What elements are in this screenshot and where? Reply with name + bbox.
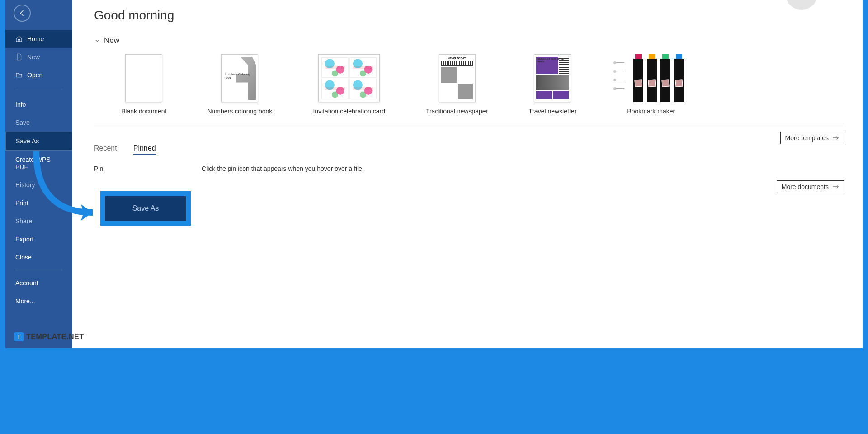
nav-info[interactable]: Info (5, 95, 72, 113)
template-label: Blank document (121, 108, 166, 115)
template-label: Numbers coloring book (207, 108, 272, 115)
template-thumb: NEWSLETTER TITLE HERE (534, 54, 571, 102)
tab-recent[interactable]: Recent (94, 144, 117, 155)
template-thumb (318, 54, 380, 102)
new-section-label: New (104, 36, 119, 45)
nav-home-label: Home (27, 35, 44, 42)
arrow-right-icon (832, 135, 840, 141)
arrow-left-icon (18, 9, 26, 17)
watermark-logo: T TEMPLATE.NET (14, 332, 84, 341)
template-row: Blank document Numbers Coloring Book Num… (121, 54, 844, 115)
template-label: Traditional newspaper (426, 108, 488, 115)
template-traditional-newspaper[interactable]: NEWS TODAY Traditional newspaper (426, 54, 488, 115)
separator (94, 123, 844, 123)
nav-open[interactable]: Open (5, 66, 72, 84)
nav-new-label: New (27, 53, 40, 61)
tab-pinned[interactable]: Pinned (133, 144, 156, 155)
divider (15, 270, 62, 270)
nav-history[interactable]: History (5, 176, 72, 194)
nav-more[interactable]: More... (5, 292, 72, 310)
divider (15, 90, 62, 90)
template-blank-document[interactable]: Blank document (121, 54, 166, 115)
callout-label: Save As (105, 196, 186, 221)
nav-save-as[interactable]: Save As (5, 132, 72, 151)
main-panel: Good morning New Blank document Numbers … (72, 0, 863, 348)
template-label: Travel newsletter (528, 108, 576, 115)
pinned-empty-message: Pin Click the pin icon that appears when… (94, 165, 844, 172)
template-travel-newsletter[interactable]: NEWSLETTER TITLE HERE Travel newsletter (528, 54, 576, 115)
template-thumb: Numbers Coloring Book (221, 54, 258, 102)
nav-share[interactable]: Share (5, 212, 72, 230)
nav-save[interactable]: Save (5, 113, 72, 132)
new-section-header[interactable]: New (94, 36, 844, 45)
nav-new[interactable]: New (5, 48, 72, 66)
template-bookmark-maker[interactable]: Bookmark maker (617, 54, 685, 115)
nav-close[interactable]: Close (5, 248, 72, 266)
sidebar: Home New Open Info Save Save As Create W… (5, 0, 72, 348)
template-label: Bookmark maker (627, 108, 675, 115)
nav-open-label: Open (27, 71, 42, 79)
nav-account[interactable]: Account (5, 274, 72, 292)
arrow-right-icon (832, 184, 840, 189)
watermark-text: TEMPLATE.NET (26, 333, 84, 341)
nav-home[interactable]: Home (5, 30, 72, 48)
more-documents-link[interactable]: More documents (777, 180, 844, 193)
template-numbers-coloring-book[interactable]: Numbers Coloring Book Numbers coloring b… (207, 54, 272, 115)
nav-print[interactable]: Print (5, 194, 72, 212)
nav-export[interactable]: Export (5, 230, 72, 248)
nav-create-wps-pdf[interactable]: Create WPS PDF (5, 151, 72, 176)
app-window: Home New Open Info Save Save As Create W… (5, 0, 863, 348)
template-thumb (125, 54, 162, 102)
page-title: Good morning (94, 8, 844, 23)
document-icon (15, 53, 23, 61)
template-invitation-card[interactable]: Invitation celebration card (313, 54, 385, 115)
chevron-down-icon (94, 38, 100, 44)
home-icon (15, 35, 23, 42)
document-tabs: Recent Pinned (94, 144, 844, 155)
folder-icon (15, 71, 23, 79)
more-templates-link[interactable]: More templates (780, 132, 844, 144)
template-thumb: NEWS TODAY (439, 54, 476, 102)
callout-save-as: Save As (100, 191, 191, 226)
template-thumb (617, 54, 685, 102)
logo-icon: T (14, 332, 24, 341)
template-label: Invitation celebration card (313, 108, 385, 115)
back-button[interactable] (14, 5, 31, 22)
